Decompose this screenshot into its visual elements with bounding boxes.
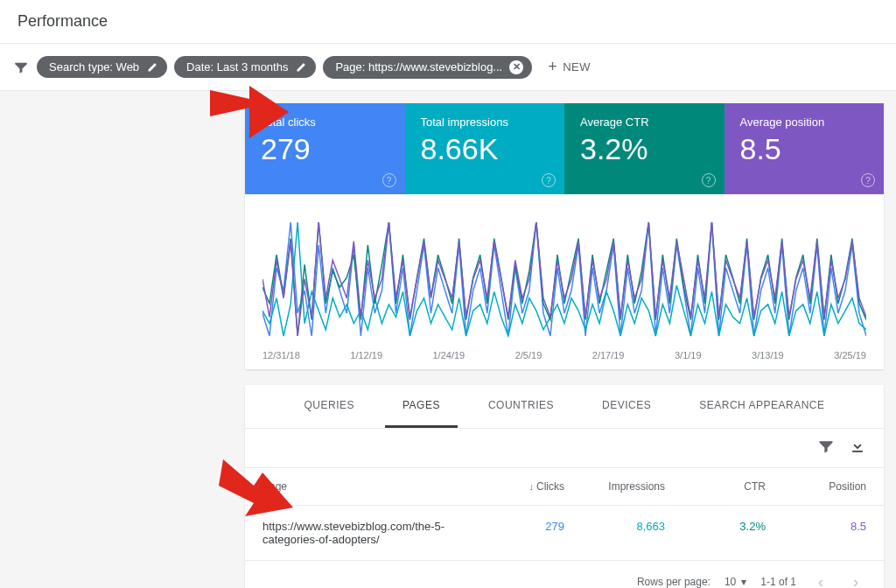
table-header-row: Page ↓Clicks Impressions CTR Position [245, 467, 884, 506]
help-icon[interactable]: ? [702, 173, 716, 187]
filter-icon[interactable] [817, 438, 835, 458]
filter-chip-page[interactable]: Page: https://www.stevebizblog... ✕ [323, 56, 532, 79]
metrics-card: Total clicks 279 ? Total impressions 8.6… [245, 103, 884, 369]
table-body: https://www.stevebizblog.com/the-5-categ… [245, 506, 884, 561]
col-header-clicks[interactable]: ↓Clicks [464, 480, 564, 493]
tab-queries[interactable]: QUERIES [286, 385, 372, 428]
xlabel: 1/12/19 [350, 350, 382, 360]
help-icon[interactable]: ? [542, 173, 556, 187]
xlabel: 2/5/19 [515, 350, 542, 360]
cell-impressions: 8,663 [564, 520, 665, 546]
col-header-position[interactable]: Position [766, 480, 866, 493]
chip-label: Search type: Web [49, 60, 139, 74]
xlabel: 3/25/19 [834, 350, 866, 360]
tab-pages[interactable]: PAGES [385, 385, 458, 428]
filter-bar: Search type: Web Date: Last 3 months Pag… [0, 44, 896, 91]
metric-impressions[interactable]: Total impressions 8.66K ? [405, 103, 565, 194]
page-header: Performance [0, 0, 896, 44]
xlabel: 1/24/19 [433, 350, 466, 360]
metric-value: 3.2% [580, 132, 709, 166]
chevron-down-icon: ▾ [741, 576, 746, 588]
metric-label: Average position [740, 116, 869, 129]
add-filter-button[interactable]: + NEW [539, 52, 599, 81]
col-header-ctr[interactable]: CTR [665, 480, 766, 493]
tab-countries[interactable]: COUNTRIES [471, 385, 571, 428]
table-row[interactable]: https://www.stevebizblog.com/the-5-categ… [245, 506, 884, 561]
download-icon[interactable] [849, 438, 866, 458]
xlabel: 3/13/19 [752, 350, 784, 360]
chart-xlabels: 12/31/181/12/191/24/192/5/192/17/193/1/1… [262, 348, 866, 362]
metric-value: 8.5 [740, 132, 869, 166]
chart-lines [262, 205, 866, 345]
filter-icon[interactable] [12, 59, 30, 76]
page-title: Performance [18, 12, 878, 31]
table-card: QUERIESPAGESCOUNTRIESDEVICESSEARCH APPEA… [245, 385, 884, 588]
close-icon[interactable]: ✕ [509, 60, 523, 74]
performance-chart: 12/31/181/12/191/24/192/5/192/17/193/1/1… [245, 194, 884, 369]
metric-ctr[interactable]: Average CTR 3.2% ? [564, 103, 724, 194]
svg-marker-0 [210, 86, 289, 138]
cell-position: 8.5 [766, 520, 866, 546]
cell-ctr: 3.2% [665, 520, 766, 546]
content-area: Total clicks 279 ? Total impressions 8.6… [0, 91, 896, 588]
annotation-arrow [201, 68, 298, 150]
prev-page-button[interactable]: ‹ [810, 571, 831, 588]
rows-per-page-select[interactable]: 10 ▾ [724, 576, 746, 588]
help-icon[interactable]: ? [382, 173, 396, 187]
col-header-impressions[interactable]: Impressions [564, 480, 665, 493]
table-actions [245, 429, 884, 467]
plus-icon: + [548, 58, 557, 76]
cell-clicks: 279 [464, 520, 564, 546]
metric-label: Total impressions [421, 116, 550, 129]
table-tabs: QUERIESPAGESCOUNTRIESDEVICESSEARCH APPEA… [245, 385, 884, 429]
xlabel: 12/31/18 [262, 350, 300, 360]
filter-chip-search-type[interactable]: Search type: Web [37, 56, 167, 78]
tab-devices[interactable]: DEVICES [584, 385, 668, 428]
pagination-range: 1-1 of 1 [760, 576, 796, 588]
metric-label: Average CTR [580, 116, 709, 129]
annotation-arrow [219, 446, 306, 528]
metric-row: Total clicks 279 ? Total impressions 8.6… [245, 103, 884, 194]
new-label: NEW [563, 60, 591, 74]
xlabel: 3/1/19 [675, 350, 702, 360]
chip-label: Page: https://www.stevebizblog... [335, 60, 502, 74]
next-page-button[interactable]: › [845, 571, 866, 588]
metric-value: 8.66K [421, 132, 550, 166]
metric-position[interactable]: Average position 8.5 ? [724, 103, 885, 194]
tab-search-appearance[interactable]: SEARCH APPEARANCE [682, 385, 842, 428]
sort-down-icon: ↓ [529, 481, 535, 492]
help-icon[interactable]: ? [861, 173, 875, 187]
pencil-icon [146, 61, 158, 74]
svg-marker-1 [219, 459, 293, 516]
xlabel: 2/17/19 [592, 350, 625, 360]
rows-per-page-label: Rows per page: [637, 576, 710, 588]
pagination: Rows per page: 10 ▾ 1-1 of 1 ‹ › [245, 561, 884, 588]
